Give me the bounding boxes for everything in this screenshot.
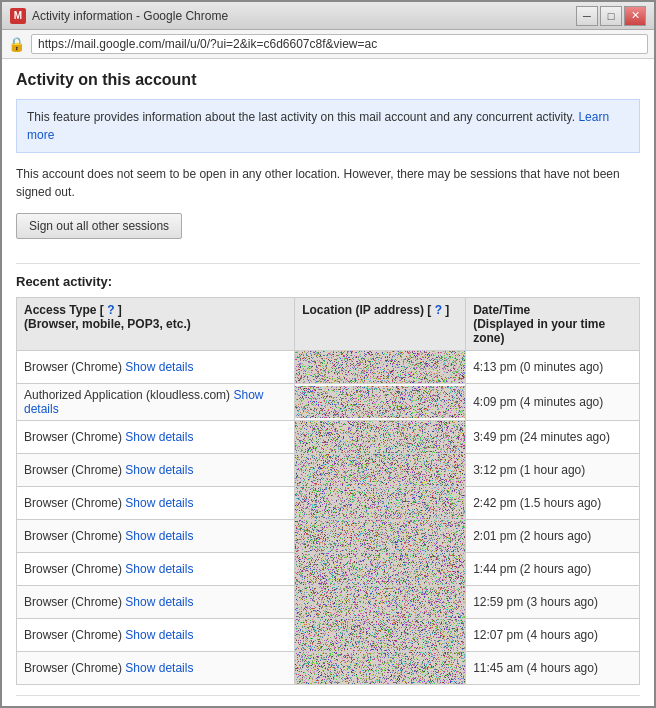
access-type-cell: Browser (Chrome) Show details bbox=[17, 487, 295, 520]
access-type-text: Browser (Chrome) bbox=[24, 529, 122, 543]
ip-noise-image bbox=[295, 553, 465, 585]
page-title: Activity on this account bbox=[16, 71, 640, 89]
col-header-datetime: Date/Time (Displayed in your time zone) bbox=[466, 298, 640, 351]
ip-noise-image bbox=[295, 586, 465, 618]
ip-address-cell bbox=[295, 384, 466, 421]
alert-preference-section: Alert preference: Show an alert for unus… bbox=[16, 695, 640, 706]
access-type-cell: Browser (Chrome) Show details bbox=[17, 421, 295, 454]
datetime-cell: 2:42 pm (1.5 hours ago) bbox=[466, 487, 640, 520]
change-alert-link[interactable]: change bbox=[297, 704, 336, 706]
close-button[interactable]: ✕ bbox=[624, 6, 646, 26]
table-row: Browser (Chrome) Show details12:07 pm (4… bbox=[17, 619, 640, 652]
access-type-cell: Browser (Chrome) Show details bbox=[17, 520, 295, 553]
access-type-text: Browser (Chrome) bbox=[24, 463, 122, 477]
table-row: Browser (Chrome) Show details1:44 pm (2 … bbox=[17, 553, 640, 586]
show-details-link[interactable]: Show details bbox=[125, 562, 193, 576]
show-details-link[interactable]: Show details bbox=[125, 496, 193, 510]
table-row: Browser (Chrome) Show details11:45 am (4… bbox=[17, 652, 640, 685]
datetime-cell: 4:13 pm (0 minutes ago) bbox=[466, 351, 640, 384]
table-header-row: Access Type [ ? ] (Browser, mobile, POP3… bbox=[17, 298, 640, 351]
datetime-cell: 3:49 pm (24 minutes ago) bbox=[466, 421, 640, 454]
titlebar: M Activity information - Google Chrome ─… bbox=[2, 2, 654, 30]
access-type-text: Browser (Chrome) bbox=[24, 595, 122, 609]
lock-icon: 🔒 bbox=[8, 36, 25, 52]
datetime-cell: 4:09 pm (4 minutes ago) bbox=[466, 384, 640, 421]
alert-pref-value: Show an alert for unusual activity. bbox=[115, 704, 294, 706]
table-row: Browser (Chrome) Show details2:01 pm (2 … bbox=[17, 520, 640, 553]
ip-noise-image bbox=[295, 351, 465, 383]
ip-address-cell bbox=[295, 619, 466, 652]
access-type-text: Browser (Chrome) bbox=[24, 360, 122, 374]
access-type-cell: Browser (Chrome) Show details bbox=[17, 454, 295, 487]
address-bar: 🔒 https://mail.google.com/mail/u/0/?ui=2… bbox=[2, 30, 654, 59]
ip-address-cell bbox=[295, 454, 466, 487]
sign-out-button[interactable]: Sign out all other sessions bbox=[16, 213, 182, 239]
info-box: This feature provides information about … bbox=[16, 99, 640, 153]
access-type-text: Browser (Chrome) bbox=[24, 661, 122, 675]
ip-address-cell bbox=[295, 421, 466, 454]
ip-noise-image bbox=[295, 421, 465, 453]
window-title: Activity information - Google Chrome bbox=[32, 9, 576, 23]
show-details-link[interactable]: Show details bbox=[125, 628, 193, 642]
access-type-subtext: (Browser, mobile, POP3, etc.) bbox=[24, 317, 191, 331]
access-type-cell: Browser (Chrome) Show details bbox=[17, 553, 295, 586]
access-type-cell: Browser (Chrome) Show details bbox=[17, 586, 295, 619]
show-details-link[interactable]: Show details bbox=[125, 430, 193, 444]
ip-noise-image bbox=[295, 652, 465, 684]
show-details-link[interactable]: Show details bbox=[125, 529, 193, 543]
ip-address-cell bbox=[295, 351, 466, 384]
maximize-button[interactable]: □ bbox=[600, 6, 622, 26]
datetime-subtext: (Displayed in your time zone) bbox=[473, 317, 605, 345]
access-type-cell: Authorized Application (kloudless.com) S… bbox=[17, 384, 295, 421]
window-controls: ─ □ ✕ bbox=[576, 6, 646, 26]
datetime-cell: 3:12 pm (1 hour ago) bbox=[466, 454, 640, 487]
show-details-link[interactable]: Show details bbox=[125, 463, 193, 477]
ip-address-cell bbox=[295, 553, 466, 586]
minimize-button[interactable]: ─ bbox=[576, 6, 598, 26]
ip-noise-image bbox=[295, 454, 465, 486]
browser-icon: M bbox=[10, 8, 26, 24]
ip-address-cell bbox=[295, 520, 466, 553]
notice-text: This account does not seem to be open in… bbox=[16, 165, 640, 201]
access-type-cell: Browser (Chrome) Show details bbox=[17, 652, 295, 685]
access-type-text: Authorized Application (kloudless.com) bbox=[24, 388, 230, 402]
ip-noise-image bbox=[295, 619, 465, 651]
ip-address-cell bbox=[295, 586, 466, 619]
col-header-location: Location (IP address) [ ? ] bbox=[295, 298, 466, 351]
location-help-link[interactable]: ? bbox=[435, 303, 442, 317]
recent-activity-label: Recent activity: bbox=[16, 274, 640, 289]
datetime-cell: 12:07 pm (4 hours ago) bbox=[466, 619, 640, 652]
info-text: This feature provides information about … bbox=[27, 110, 575, 124]
table-row: Authorized Application (kloudless.com) S… bbox=[17, 384, 640, 421]
show-details-link[interactable]: Show details bbox=[125, 661, 193, 675]
divider bbox=[16, 263, 640, 264]
show-details-link[interactable]: Show details bbox=[125, 360, 193, 374]
ip-address-cell bbox=[295, 652, 466, 685]
table-row: Browser (Chrome) Show details4:13 pm (0 … bbox=[17, 351, 640, 384]
datetime-cell: 2:01 pm (2 hours ago) bbox=[466, 520, 640, 553]
access-type-cell: Browser (Chrome) Show details bbox=[17, 619, 295, 652]
access-type-text: Browser (Chrome) bbox=[24, 430, 122, 444]
access-type-text: Browser (Chrome) bbox=[24, 628, 122, 642]
access-type-text: Browser (Chrome) bbox=[24, 562, 122, 576]
ip-noise-image bbox=[295, 520, 465, 552]
col-header-access-type: Access Type [ ? ] (Browser, mobile, POP3… bbox=[17, 298, 295, 351]
table-row: Browser (Chrome) Show details12:59 pm (3… bbox=[17, 586, 640, 619]
access-type-text: Browser (Chrome) bbox=[24, 496, 122, 510]
table-row: Browser (Chrome) Show details3:49 pm (24… bbox=[17, 421, 640, 454]
show-details-link[interactable]: Show details bbox=[125, 595, 193, 609]
ip-noise-image bbox=[295, 386, 465, 418]
url-display[interactable]: https://mail.google.com/mail/u/0/?ui=2&i… bbox=[31, 34, 648, 54]
datetime-cell: 1:44 pm (2 hours ago) bbox=[466, 553, 640, 586]
datetime-cell: 11:45 am (4 hours ago) bbox=[466, 652, 640, 685]
page-content: Activity on this account This feature pr… bbox=[2, 59, 654, 706]
activity-table: Access Type [ ? ] (Browser, mobile, POP3… bbox=[16, 297, 640, 685]
ip-noise-image bbox=[295, 487, 465, 519]
access-type-cell: Browser (Chrome) Show details bbox=[17, 351, 295, 384]
table-row: Browser (Chrome) Show details3:12 pm (1 … bbox=[17, 454, 640, 487]
table-row: Browser (Chrome) Show details2:42 pm (1.… bbox=[17, 487, 640, 520]
access-type-help-link[interactable]: ? bbox=[107, 303, 114, 317]
alert-pref-label: Alert preference: bbox=[16, 704, 112, 706]
ip-address-cell bbox=[295, 487, 466, 520]
browser-window: M Activity information - Google Chrome ─… bbox=[0, 0, 656, 708]
